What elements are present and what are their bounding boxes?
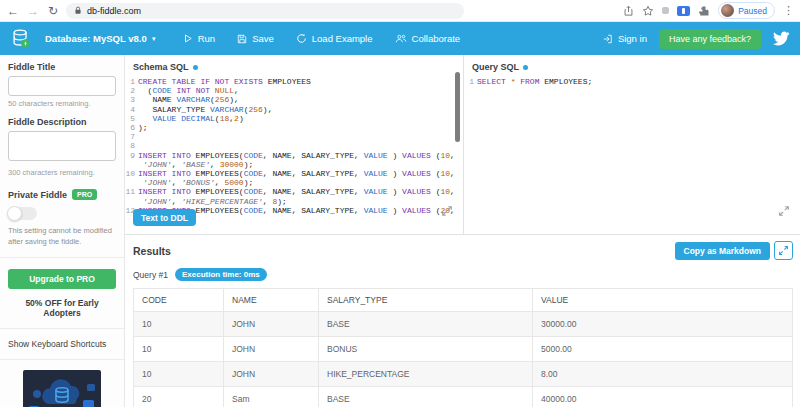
title-chars-remaining: 50 characters remaining. <box>8 99 116 108</box>
line-number: 1 <box>464 77 477 86</box>
run-button[interactable]: Run <box>183 33 215 44</box>
divider <box>0 359 124 360</box>
expand-query-icon[interactable] <box>778 205 791 218</box>
table-cell: 10 <box>134 362 224 387</box>
table-cell: Sam <box>224 387 319 407</box>
fiddle-title-label: Fiddle Title <box>8 62 116 72</box>
line-number <box>125 160 138 169</box>
extensions-puzzle-icon[interactable] <box>698 5 710 17</box>
query-panel-title: Query SQL <box>472 62 519 72</box>
code-line: 10INSERT INTO EMPLOYEES(CODE, NAME, SALA… <box>125 169 463 178</box>
twitter-icon[interactable] <box>773 31 790 46</box>
collaborate-button[interactable]: Collaborate <box>395 33 461 44</box>
table-cell: JOHN <box>224 312 319 337</box>
expand-schema-icon[interactable] <box>441 205 454 218</box>
code-line: 'JOHN', 'BASE', 30000); <box>125 160 463 169</box>
table-cell: 30000.00 <box>533 312 793 337</box>
table-cell: JOHN <box>224 337 319 362</box>
lock-icon <box>74 6 82 15</box>
promo-text: 50% OFF for Early Adopters <box>8 298 116 318</box>
carbon-ad[interactable]: Automate machine learning to increase pr… <box>8 370 116 407</box>
keyboard-shortcuts-link[interactable]: Show Keyboard Shortcuts <box>8 339 116 349</box>
text-to-ddl-button[interactable]: Text to DDL <box>133 209 196 226</box>
editor-scrollbar[interactable] <box>455 72 460 142</box>
browser-menu-icon[interactable]: ⋮ <box>783 4 794 17</box>
bookmark-star-icon[interactable] <box>642 5 654 17</box>
fiddle-title-input[interactable] <box>8 76 116 96</box>
table-cell: 10 <box>134 337 224 362</box>
line-number: 9 <box>125 151 138 160</box>
code-line: 11INSERT INTO EMPLOYEES(CODE, NAME, SALA… <box>125 187 463 196</box>
extension-mini-icon[interactable] <box>662 7 669 14</box>
fiddle-description-label: Fiddle Description <box>8 117 116 127</box>
unsaved-dot <box>523 65 528 70</box>
table-cell: HIKE_PERCENTAGE <box>319 362 533 387</box>
code-line: 7 <box>125 132 463 141</box>
chevron-down-icon: ▼ <box>151 36 157 42</box>
forward-icon[interactable]: → <box>26 5 40 17</box>
description-chars-remaining: 300 characters remaining. <box>8 168 116 177</box>
table-row: 10JOHNHIKE_PERCENTAGE8.00 <box>134 362 793 387</box>
schema-editor[interactable]: 1CREATE TABLE IF NOT EXISTS EMPLOYEES2 (… <box>125 75 463 216</box>
column-header: VALUE <box>533 289 793 312</box>
line-number: 11 <box>125 187 138 196</box>
line-number: 8 <box>125 141 138 150</box>
line-number: 5 <box>125 114 138 123</box>
url-text: db-fiddle.com <box>87 6 141 16</box>
url-bar[interactable]: db-fiddle.com <box>66 3 464 19</box>
results-title: Results <box>133 245 675 257</box>
database-selector[interactable]: Database: MySQL v8.0 ▼ <box>45 33 157 44</box>
feedback-button[interactable]: Have any feedback? <box>659 29 761 49</box>
private-fiddle-toggle[interactable] <box>8 207 37 220</box>
table-cell: 20 <box>134 387 224 407</box>
save-button[interactable]: Save <box>237 33 274 44</box>
query-panel: Query SQL 1SELECT * FROM EMPLOYEES; <box>464 55 800 234</box>
table-cell: JOHN <box>224 362 319 387</box>
expand-results-button[interactable] <box>774 241 793 260</box>
reload-icon[interactable]: ↻ <box>46 5 60 17</box>
db-fiddle-logo[interactable] <box>10 27 32 50</box>
avatar <box>721 4 734 17</box>
code-line: 6); <box>125 123 463 132</box>
table-cell: 40000.00 <box>533 387 793 407</box>
copy-markdown-button[interactable]: Copy as Markdown <box>675 242 770 260</box>
line-number: 6 <box>125 123 138 132</box>
line-number: 2 <box>125 86 138 95</box>
table-cell: BONUS <box>319 337 533 362</box>
schema-panel: Schema SQL 1CREATE TABLE IF NOT EXISTS E… <box>125 55 464 234</box>
table-row: 10JOHNBONUS5000.00 <box>134 337 793 362</box>
table-cell: BASE <box>319 312 533 337</box>
app-toolbar: Database: MySQL v8.0 ▼ Run Save Load Exa… <box>0 22 800 55</box>
private-fiddle-label: Private Fiddle <box>8 190 67 200</box>
results-section: Results Copy as Markdown Query #1 Execut… <box>125 235 800 407</box>
ad-image <box>23 370 101 407</box>
line-number <box>125 197 138 206</box>
upgrade-pro-button[interactable]: Upgrade to PRO <box>8 269 116 289</box>
back-icon[interactable]: ← <box>6 5 20 17</box>
line-number <box>125 178 138 187</box>
column-header: NAME <box>224 289 319 312</box>
sync-status: Paused <box>738 6 767 16</box>
line-number: 10 <box>125 169 138 178</box>
code-line: 5 VALUE DECIMAL(18,2) <box>125 114 463 123</box>
extension-blue-icon[interactable] <box>677 6 690 16</box>
profile-button[interactable]: Paused <box>718 2 775 19</box>
table-cell: BASE <box>319 387 533 407</box>
schema-panel-title: Schema SQL <box>133 62 189 72</box>
code-line: 4 SALARY_TYPE VARCHAR(256), <box>125 105 463 114</box>
code-line: 'JOHN', 'BONUS', 5000); <box>125 178 463 187</box>
sign-in-button[interactable]: Sign in <box>602 33 647 44</box>
code-line: 2 (CODE INT NOT NULL, <box>125 86 463 95</box>
query-editor[interactable]: 1SELECT * FROM EMPLOYEES; <box>464 75 800 216</box>
pro-badge: PRO <box>72 189 97 200</box>
load-example-button[interactable]: Load Example <box>296 33 373 44</box>
unsaved-dot <box>193 65 198 70</box>
table-row: 10JOHNBASE30000.00 <box>134 312 793 337</box>
share-icon[interactable] <box>623 5 634 17</box>
fiddle-description-input[interactable] <box>8 131 116 161</box>
divider <box>0 328 124 329</box>
table-row: 20SamBASE40000.00 <box>134 387 793 407</box>
code-line: 8 <box>125 141 463 150</box>
line-number: 1 <box>125 77 138 86</box>
sign-in-icon <box>602 34 613 44</box>
